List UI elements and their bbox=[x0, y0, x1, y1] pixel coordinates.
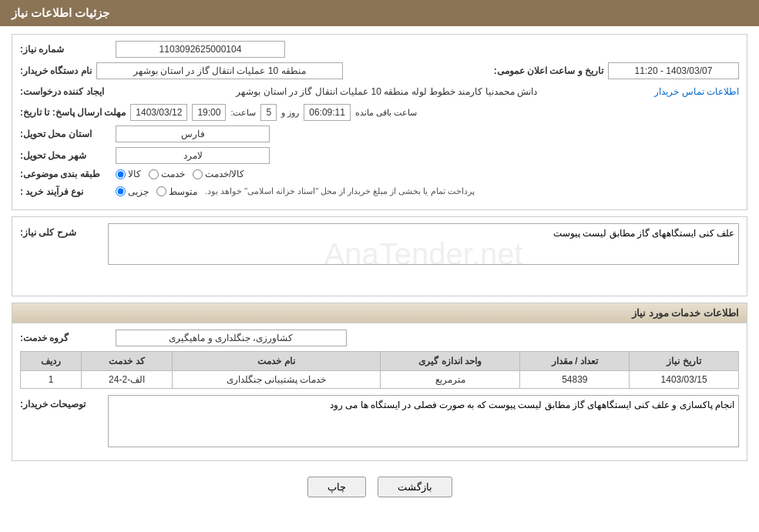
sharh-watermark-area: علف کنی ایستگاههای گاز مطابق لیست پیوست … bbox=[108, 223, 739, 285]
tosih-container: انجام پاکسازی و علف کنی ایستگاههای گاز م… bbox=[108, 395, 739, 450]
shmareh-niaz-row: 1103092625000104 شماره نیاز: bbox=[20, 41, 739, 58]
ijad-konande-group: اطلاعات تماس خریدار دانش محمدنیا کارمند … bbox=[123, 84, 739, 99]
radio-kala-khedmat-input[interactable] bbox=[193, 169, 203, 179]
main-info-section: 1103092625000104 شماره نیاز: 1403/03/07 … bbox=[12, 34, 747, 210]
ostan-tahvil-label: استان محل تحویل: bbox=[20, 129, 113, 139]
shmareh-niaz-value: 1103092625000104 bbox=[116, 41, 285, 58]
radio-kala[interactable]: کالا bbox=[116, 169, 141, 179]
sharh-label: شرح کلی نیاز: bbox=[20, 227, 105, 238]
tosih-textarea[interactable]: انجام پاکسازی و علف کنی ایستگاههای گاز م… bbox=[108, 395, 739, 447]
sharh-form-body: علف کنی ایستگاههای گاز مطابق لیست پیوست … bbox=[12, 217, 747, 296]
tabaghe-bandi-row: کالا/خدمت خدمت کالا طبقه بندی موضوعی: bbox=[20, 169, 739, 179]
ettelaat-tamas-link[interactable]: اطلاعات تماس خریدار bbox=[654, 86, 739, 97]
tarikh-elam-label: تاریخ و ساعت اعلان عمومی: bbox=[494, 65, 603, 76]
col-kod: کد خدمت bbox=[82, 352, 173, 371]
table-row: 1403/03/15 54839 مترمربع خدمات پشتیبانی … bbox=[21, 371, 739, 389]
tosih-row: انجام پاکسازی و علف کنی ایستگاههای گاز م… bbox=[20, 395, 739, 450]
table-header-row: تاریخ نیاز تعداد / مقدار واحد اندازه گیر… bbox=[21, 352, 739, 371]
saat-value: 19:00 bbox=[192, 104, 226, 121]
khadamat-form-body: کشاورزی، جنگلداری و ماهیگیری گروه خدمت: … bbox=[12, 323, 747, 460]
col-nam: نام خدمت bbox=[173, 352, 381, 371]
mohlat-ersal-row: ساعت باقی مانده 06:09:11 روز و 5 ساعت: 1… bbox=[20, 104, 739, 121]
tosih-label: توصیحات خریدار: bbox=[20, 399, 105, 410]
tabaghe-radio-group: کالا/خدمت خدمت کالا bbox=[116, 169, 244, 179]
roz-value: 5 bbox=[260, 104, 277, 121]
group-khedmat-row: کشاورزی، جنگلداری و ماهیگیری گروه خدمت: bbox=[20, 330, 739, 346]
col-vahed: واحد اندازه گیری bbox=[380, 352, 520, 371]
radio-khedmat-input[interactable] bbox=[149, 169, 159, 179]
radio-motavasset-input[interactable] bbox=[156, 186, 166, 196]
cell-vahed: مترمربع bbox=[380, 371, 520, 389]
radio-kala-input[interactable] bbox=[116, 169, 126, 179]
cell-tedad: 54839 bbox=[520, 371, 630, 389]
service-table: تاریخ نیاز تعداد / مقدار واحد اندازه گیر… bbox=[20, 351, 739, 389]
radio-kala-khedmat-label: کالا/خدمت bbox=[205, 169, 244, 179]
cell-radif: 1 bbox=[21, 371, 82, 389]
sharh-row: علف کنی ایستگاههای گاز مطابق لیست پیوست … bbox=[20, 223, 739, 285]
nam-dastgah-group: منطقه 10 عملیات انتقال گاز در استان بوشه… bbox=[20, 62, 343, 79]
ostan-tahvil-row: فارس استان محل تحویل: bbox=[20, 125, 739, 142]
tabaghe-bandi-label: طبقه بندی موضوعی: bbox=[20, 169, 113, 179]
khadamat-section: اطلاعات خدمات مورد نیاز کشاورزی، جنگلدار… bbox=[12, 303, 747, 461]
nam-dastgah-tarikh-row: 1403/03/07 - 11:20 تاریخ و ساعت اعلان عم… bbox=[20, 62, 739, 79]
watermark: AnaTender.net bbox=[324, 237, 523, 272]
radio-jozii-label: جزیی bbox=[128, 186, 149, 197]
noe-farayand-label: نوع فرآیند خرید : bbox=[20, 186, 113, 197]
ijad-konande-value: دانش محمدنیا کارمند خطوط لوله منطقه 10 ع… bbox=[123, 84, 650, 99]
mohlat-ersal-label: مهلت ارسال پاسخ: تا تاریخ: bbox=[20, 107, 126, 118]
sharh-section: علف کنی ایستگاههای گاز مطابق لیست پیوست … bbox=[12, 216, 747, 296]
nam-dastgah-value: منطقه 10 عملیات انتقال گاز در استان بوشه… bbox=[96, 62, 343, 79]
date-value: 1403/03/12 bbox=[130, 104, 187, 121]
mande-value: 06:09:11 bbox=[304, 104, 351, 121]
roz-label: روز و bbox=[281, 108, 299, 118]
shmareh-niaz-label: شماره نیاز: bbox=[20, 44, 113, 55]
mande-label: ساعت باقی مانده bbox=[355, 108, 417, 118]
ijad-konande-label: ایجاد کننده درخواست: bbox=[20, 86, 120, 97]
noe-farayand-row: پرداخت تمام یا بخشی از مبلغ خریدار از مح… bbox=[20, 184, 739, 199]
shahr-tahvil-value: لامرد bbox=[116, 147, 270, 164]
radio-motavasset[interactable]: متوسط bbox=[156, 186, 197, 197]
cell-kod: الف-2-24 bbox=[82, 371, 173, 389]
group-khedmat-label: گروه خدمت: bbox=[20, 333, 113, 343]
button-row: بازگشت چاپ bbox=[12, 467, 747, 507]
radio-jozii[interactable]: جزیی bbox=[116, 186, 149, 197]
radio-kala-khedmat[interactable]: کالا/خدمت bbox=[193, 169, 244, 179]
radio-kala-label: کالا bbox=[128, 169, 141, 179]
shahr-tahvil-row: لامرد شهر محل تحویل: bbox=[20, 147, 739, 164]
form-body: 1103092625000104 شماره نیاز: 1403/03/07 … bbox=[12, 35, 747, 209]
cell-nam: خدمات پشتیبانی جنگلداری bbox=[173, 371, 381, 389]
shahr-tahvil-label: شهر محل تحویل: bbox=[20, 150, 113, 161]
radio-jozii-input[interactable] bbox=[116, 186, 126, 196]
tarikh-elam-group: 1403/03/07 - 11:20 تاریخ و ساعت اعلان عم… bbox=[494, 62, 739, 79]
radio-motavasset-label: متوسط bbox=[169, 186, 197, 197]
col-radif: ردیف bbox=[21, 352, 82, 371]
group-khedmat-value: کشاورزی، جنگلداری و ماهیگیری bbox=[116, 330, 347, 346]
ostan-tahvil-value: فارس bbox=[116, 125, 270, 142]
cell-tarikh: 1403/03/15 bbox=[630, 371, 739, 389]
col-tarikh: تاریخ نیاز bbox=[630, 352, 739, 371]
radio-khedmat-label: خدمت bbox=[161, 169, 185, 179]
mande-group: ساعت باقی مانده 06:09:11 bbox=[304, 104, 417, 121]
print-button[interactable]: چاپ bbox=[307, 477, 366, 497]
saat-group: ساعت: 19:00 bbox=[192, 104, 256, 121]
back-button[interactable]: بازگشت bbox=[378, 477, 452, 497]
noe-farayand-radio-group: متوسط جزیی bbox=[116, 186, 197, 197]
roz-group: روز و 5 bbox=[260, 104, 299, 121]
ijad-konande-row: اطلاعات تماس خریدار دانش محمدنیا کارمند … bbox=[20, 84, 739, 99]
saat-label: ساعت: bbox=[230, 108, 256, 118]
radio-khedmat[interactable]: خدمت bbox=[149, 169, 185, 179]
noe-farayand-note: پرداخت تمام یا بخشی از مبلغ خریدار از مح… bbox=[200, 184, 739, 199]
page-title: جزئیات اطلاعات نیاز bbox=[12, 6, 109, 19]
nam-dastgah-label: نام دستگاه خریدار: bbox=[20, 65, 92, 76]
col-tedad: تعداد / مقدار bbox=[520, 352, 630, 371]
page-header: جزئیات اطلاعات نیاز bbox=[0, 0, 759, 26]
khadamat-section-header: اطلاعات خدمات مورد نیاز bbox=[12, 303, 747, 323]
tarikh-elam-value: 1403/03/07 - 11:20 bbox=[608, 62, 739, 79]
